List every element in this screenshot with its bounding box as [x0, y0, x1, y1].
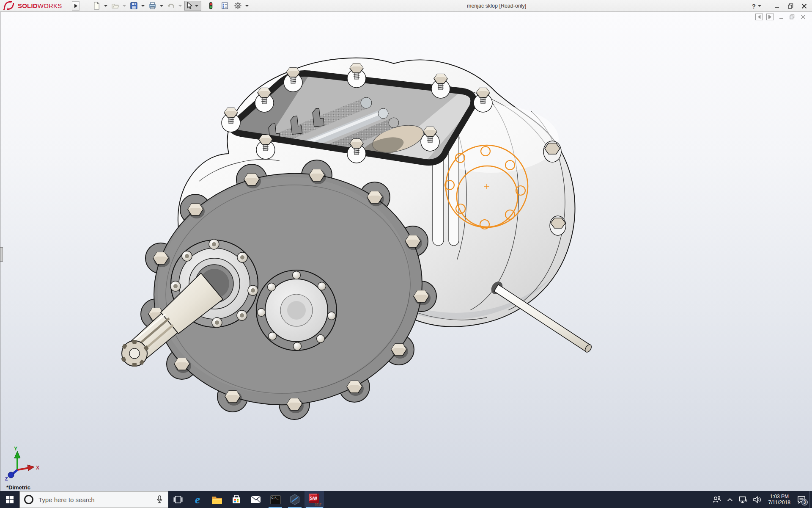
new-document-icon: [93, 2, 101, 10]
speaker-icon: [753, 496, 762, 503]
open-icon: [111, 2, 119, 10]
mail-icon: [251, 496, 261, 503]
save-button[interactable]: [129, 1, 139, 11]
select-dropdown[interactable]: [195, 5, 198, 7]
rebuild-button[interactable]: [206, 1, 216, 11]
tray-time: 1:03 PM: [770, 494, 789, 500]
doc-restore-icon: [790, 14, 795, 19]
action-center-button[interactable]: 3: [794, 491, 809, 508]
people-button[interactable]: [710, 491, 724, 508]
triad-z-label: Z: [5, 476, 8, 481]
taskbar-command-prompt[interactable]: C:\_: [266, 491, 285, 508]
task-view-icon: [173, 496, 183, 503]
taskbar-search[interactable]: [19, 491, 168, 508]
doc-close-button[interactable]: [799, 14, 807, 20]
search-input[interactable]: [38, 496, 156, 503]
3ds-mark-icon: [4, 1, 17, 11]
gearbox-3d-model[interactable]: [0, 12, 812, 491]
help-button[interactable]: ?: [752, 3, 763, 10]
hexagon-app-icon: [289, 494, 300, 505]
arrow-left-icon: [757, 15, 762, 19]
microphone-icon[interactable]: [156, 495, 163, 504]
options-dropdown[interactable]: [245, 5, 249, 7]
command-prompt-icon: C:\_: [270, 495, 281, 504]
close-icon: [801, 3, 807, 9]
network-button[interactable]: [736, 491, 750, 508]
minimize-icon: [774, 3, 779, 8]
expand-arrow-icon: [74, 4, 77, 8]
volume-button[interactable]: [750, 491, 765, 508]
show-desktop-button[interactable]: [809, 491, 812, 508]
options-button[interactable]: [233, 1, 243, 11]
ethernet-icon: [739, 496, 747, 503]
select-cursor-icon: [186, 2, 194, 10]
file-explorer-icon: [211, 495, 222, 504]
notification-badge: 3: [801, 499, 808, 505]
reference-triad: Y X Z: [3, 445, 41, 482]
start-button[interactable]: [0, 491, 19, 508]
cortana-icon[interactable]: [24, 495, 33, 504]
triad-x-label: X: [36, 465, 39, 471]
taskbar-file-explorer[interactable]: [207, 491, 227, 508]
print-icon: [148, 2, 156, 10]
undo-icon: [167, 2, 175, 10]
microsoft-store-icon: [232, 495, 241, 504]
taskbar-solidworks-2017[interactable]: SW 2017: [304, 491, 324, 508]
task-view-button[interactable]: [168, 491, 188, 508]
doc-minimize-button[interactable]: [777, 14, 785, 20]
save-icon: [130, 2, 138, 10]
round-bearing-cover[interactable]: [256, 270, 337, 351]
quick-toolbar: [91, 1, 250, 11]
file-properties-icon: [221, 2, 229, 10]
windows-logo-icon: [6, 496, 14, 503]
edge-icon: e: [195, 494, 200, 505]
document-window-controls: [755, 14, 807, 20]
taskbar-store[interactable]: [227, 491, 246, 508]
minimize-button[interactable]: [771, 1, 782, 11]
windows-taskbar: e C:\_: [0, 491, 812, 508]
triad-y-label: Y: [14, 445, 18, 452]
arrow-right-icon: [768, 15, 773, 19]
doc-minimize-icon: [779, 15, 784, 19]
print-button[interactable]: [147, 1, 158, 11]
hidden-icons-chevron[interactable]: [724, 491, 736, 508]
save-dropdown[interactable]: [141, 5, 145, 7]
open-button[interactable]: [110, 1, 121, 11]
menu-expander-button[interactable]: [72, 1, 80, 11]
restore-button[interactable]: [785, 1, 796, 11]
solidworks-logo: SOLIDWORKS: [4, 1, 67, 11]
open-dropdown[interactable]: [123, 5, 126, 7]
window-title: menjac sklop [Read-only]: [467, 0, 526, 12]
new-document-button[interactable]: [91, 1, 102, 11]
new-dropdown[interactable]: [104, 5, 107, 7]
select-tool-button[interactable]: [184, 1, 201, 11]
dock-right-button[interactable]: [766, 14, 774, 20]
taskbar-mail[interactable]: [246, 491, 266, 508]
taskbar-edge[interactable]: e: [188, 491, 207, 508]
solidworks-2017-icon: SW 2017: [308, 494, 321, 505]
window-controls: ?: [752, 0, 809, 12]
chevron-up-icon: [727, 498, 733, 502]
restore-icon: [788, 3, 793, 9]
clock[interactable]: 1:03 PM 7/11/2018: [765, 491, 795, 508]
gear-icon: [234, 2, 242, 10]
view-orientation-label: *Dimetric: [6, 484, 30, 491]
titlebar: SOLIDWORKS: [0, 0, 812, 12]
people-icon: [713, 496, 721, 503]
tray-date: 7/11/2018: [768, 500, 791, 505]
stoplight-icon: [207, 2, 215, 10]
print-dropdown[interactable]: [160, 5, 163, 7]
screen: SOLIDWORKS: [0, 0, 812, 508]
doc-close-icon: [801, 14, 806, 19]
close-button[interactable]: [798, 1, 809, 11]
graphics-viewport[interactable]: Y X Z *Dimetric: [0, 12, 812, 491]
taskbar-hexagon-app[interactable]: [285, 491, 304, 508]
undo-dropdown[interactable]: [178, 5, 182, 7]
doc-restore-button[interactable]: [788, 14, 796, 20]
system-tray: 1:03 PM 7/11/2018 3: [710, 491, 812, 508]
help-dropdown[interactable]: [758, 5, 761, 7]
brand-text: SOLIDWORKS: [18, 2, 62, 9]
undo-button[interactable]: [166, 1, 176, 11]
dock-left-button[interactable]: [755, 14, 763, 20]
file-properties-button[interactable]: [219, 1, 230, 11]
